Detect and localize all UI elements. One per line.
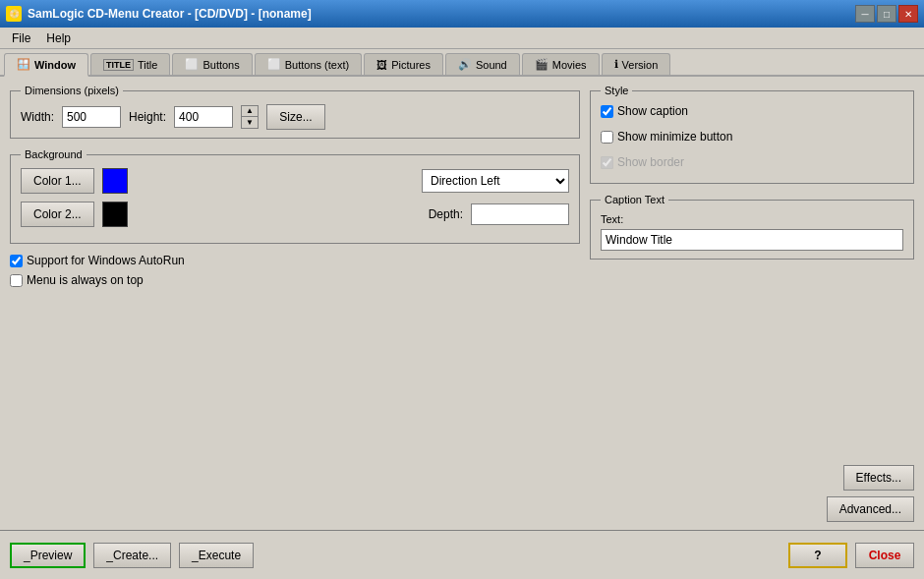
tab-buttons-text[interactable]: ⬜ Buttons (text)	[255, 53, 362, 75]
size-button[interactable]: Size...	[266, 104, 325, 130]
height-input[interactable]	[174, 106, 233, 128]
showborder-checkbox[interactable]	[601, 156, 613, 169]
pictures-tab-icon: 🖼	[376, 59, 387, 71]
tab-title-label: Title	[138, 59, 157, 71]
color1-row: Color 1... Direction Left Direction Righ…	[21, 168, 569, 194]
alwaysontop-row: Menu is always on top	[10, 273, 580, 287]
showcaption-checkbox[interactable]	[601, 105, 613, 118]
title-bar-left: 📀 SamLogic CD-Menu Creator - [CD/DVD] - …	[6, 6, 312, 22]
color2-swatch	[102, 202, 128, 227]
version-tab-icon: ℹ	[614, 58, 618, 71]
dimensions-legend: Dimensions (pixels)	[21, 85, 123, 96]
tab-buttons-label: Buttons	[202, 59, 239, 71]
effects-button[interactable]: Effects...	[843, 465, 914, 491]
right-column: Style Show caption Show minimize button …	[590, 85, 914, 522]
tab-buttons[interactable]: ⬜ Buttons	[172, 53, 252, 75]
tab-version-label: Version	[622, 59, 659, 71]
tab-sound-label: Sound	[476, 59, 507, 71]
alwaysontop-checkbox[interactable]	[10, 274, 23, 287]
bottom-left-buttons: _Preview _Create... _Execute	[10, 543, 254, 568]
showcaption-label: Show caption	[617, 104, 688, 118]
depth-row: Depth:	[429, 203, 569, 225]
showcaption-row: Show caption	[601, 104, 903, 118]
captiontext-text-label: Text:	[601, 213, 903, 225]
tab-version[interactable]: ℹ Version	[602, 53, 671, 75]
captiontext-legend: Caption Text	[601, 194, 668, 205]
color2-row: Color 2... Depth:	[21, 202, 569, 227]
background-legend: Background	[21, 148, 87, 160]
height-label: Height:	[129, 110, 166, 124]
depth-input[interactable]	[471, 203, 569, 225]
window-tab-icon: 🪟	[17, 58, 30, 71]
direction-select[interactable]: Direction Left Direction Right Direction…	[422, 169, 569, 193]
left-column: Dimensions (pixels) Width: Height: ▲ ▼ S…	[10, 85, 580, 522]
alwaysontop-label: Menu is always on top	[27, 273, 144, 287]
showminimize-label: Show minimize button	[617, 130, 732, 144]
dimensions-group: Dimensions (pixels) Width: Height: ▲ ▼ S…	[10, 85, 580, 139]
depth-label: Depth:	[429, 207, 463, 221]
checkboxes-area: Support for Windows AutoRun Menu is alwa…	[10, 254, 580, 293]
spin-up-button[interactable]: ▲	[242, 106, 258, 117]
showborder-label: Show border	[617, 155, 684, 169]
autorun-row: Support for Windows AutoRun	[10, 254, 580, 267]
help-button[interactable]: ?	[788, 543, 847, 568]
execute-button[interactable]: _Execute	[179, 543, 254, 568]
bottom-right-buttons: ? Close	[788, 543, 914, 568]
tab-pictures-label: Pictures	[391, 59, 431, 71]
color1-swatch	[102, 168, 128, 194]
color2-button[interactable]: Color 2...	[21, 202, 94, 227]
background-group: Background Color 1... Direction Left Dir…	[10, 148, 580, 244]
effects-advanced-buttons: Effects... Advanced...	[590, 455, 914, 522]
showminimize-checkbox[interactable]	[601, 131, 613, 144]
tab-buttons-text-label: Buttons (text)	[285, 59, 349, 71]
tab-pictures[interactable]: 🖼 Pictures	[364, 53, 443, 75]
style-checkboxes: Show caption Show minimize button Show b…	[601, 104, 903, 175]
style-legend: Style	[601, 85, 632, 96]
minimize-button[interactable]: ─	[855, 5, 875, 23]
captiontext-input[interactable]	[601, 229, 903, 251]
app-window: 📀 SamLogic CD-Menu Creator - [CD/DVD] - …	[0, 0, 924, 579]
showminimize-row: Show minimize button	[601, 130, 903, 144]
autorun-label: Support for Windows AutoRun	[27, 254, 185, 267]
tab-bar: 🪟 Window TITLE Title ⬜ Buttons ⬜ Buttons…	[0, 49, 924, 77]
title-tab-icon: TITLE	[103, 59, 134, 71]
style-group: Style Show caption Show minimize button …	[590, 85, 914, 184]
bottom-bar: _Preview _Create... _Execute ? Close	[0, 530, 924, 579]
tab-title[interactable]: TITLE Title	[90, 53, 170, 75]
window-title: SamLogic CD-Menu Creator - [CD/DVD] - [n…	[28, 7, 312, 21]
width-label: Width:	[21, 110, 54, 124]
title-bar-buttons: ─ □ ✕	[855, 5, 918, 23]
showborder-row: Show border	[601, 155, 903, 169]
buttons-tab-icon: ⬜	[185, 58, 199, 71]
tab-window-label: Window	[34, 59, 76, 71]
buttons-text-tab-icon: ⬜	[267, 58, 281, 71]
advanced-button[interactable]: Advanced...	[827, 496, 914, 522]
autorun-checkbox[interactable]	[10, 255, 23, 267]
color1-button[interactable]: Color 1...	[21, 168, 94, 194]
close-button[interactable]: Close	[855, 543, 914, 568]
tab-window[interactable]: 🪟 Window	[4, 53, 88, 77]
create-button[interactable]: _Create...	[93, 543, 171, 568]
tab-sound[interactable]: 🔊 Sound	[445, 53, 520, 75]
maximize-button[interactable]: □	[877, 5, 896, 23]
captiontext-group: Caption Text Text:	[590, 194, 914, 260]
tab-movies[interactable]: 🎬 Movies	[522, 53, 600, 75]
tab-movies-label: Movies	[552, 59, 587, 71]
dimensions-row: Width: Height: ▲ ▼ Size...	[21, 104, 569, 130]
menu-bar: File Help	[0, 28, 924, 49]
width-input[interactable]	[62, 106, 121, 128]
preview-button[interactable]: _Preview	[10, 543, 86, 568]
spin-buttons: ▲ ▼	[241, 105, 259, 129]
menu-help[interactable]: Help	[38, 29, 79, 47]
title-bar: 📀 SamLogic CD-Menu Creator - [CD/DVD] - …	[0, 0, 924, 28]
content-area: Dimensions (pixels) Width: Height: ▲ ▼ S…	[0, 77, 924, 530]
sound-tab-icon: 🔊	[458, 58, 472, 71]
menu-file[interactable]: File	[4, 29, 38, 47]
movies-tab-icon: 🎬	[535, 58, 549, 71]
close-window-button[interactable]: ✕	[898, 5, 918, 23]
app-icon: 📀	[6, 6, 22, 22]
spin-down-button[interactable]: ▼	[242, 117, 258, 128]
